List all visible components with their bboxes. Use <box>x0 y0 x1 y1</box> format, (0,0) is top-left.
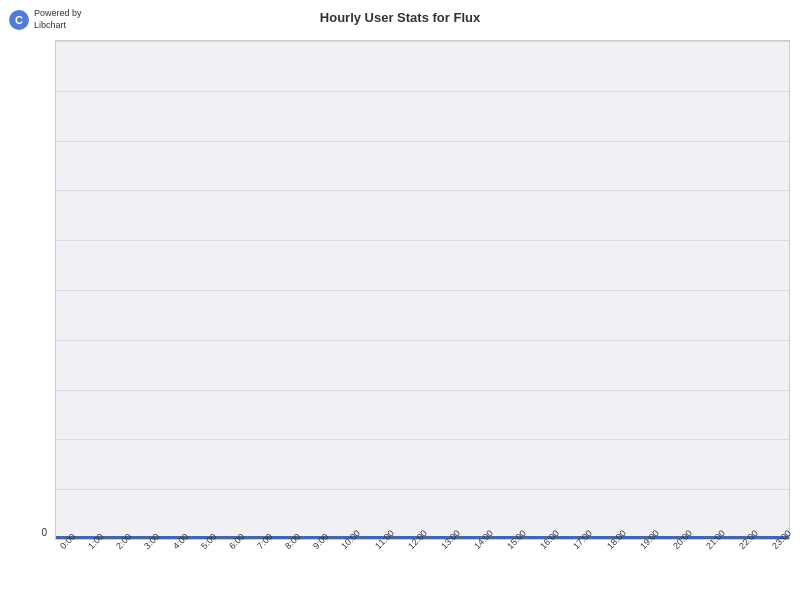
grid-line <box>56 240 789 241</box>
chart-title: Hourly User Stats for Flux <box>0 0 800 29</box>
powered-by-text: Powered by Libchart <box>34 8 82 31</box>
y-label-zero: 0 <box>41 527 47 538</box>
grid-lines <box>56 41 789 539</box>
powered-by-logo: C Powered by Libchart <box>8 8 82 31</box>
svg-text:C: C <box>15 14 23 26</box>
grid-line <box>56 489 789 490</box>
grid-line <box>56 390 789 391</box>
grid-line <box>56 290 789 291</box>
grid-line <box>56 91 789 92</box>
grid-line <box>56 340 789 341</box>
chart-area <box>55 40 790 540</box>
x-labels: 0:001:002:003:004:005:006:007:008:009:00… <box>55 544 790 554</box>
grid-line <box>56 190 789 191</box>
libchart-icon: C <box>8 9 30 31</box>
y-axis: 0 <box>0 40 55 540</box>
grid-line <box>56 141 789 142</box>
grid-line <box>56 439 789 440</box>
grid-line <box>56 41 789 42</box>
x-axis: 0:001:002:003:004:005:006:007:008:009:00… <box>55 540 790 600</box>
